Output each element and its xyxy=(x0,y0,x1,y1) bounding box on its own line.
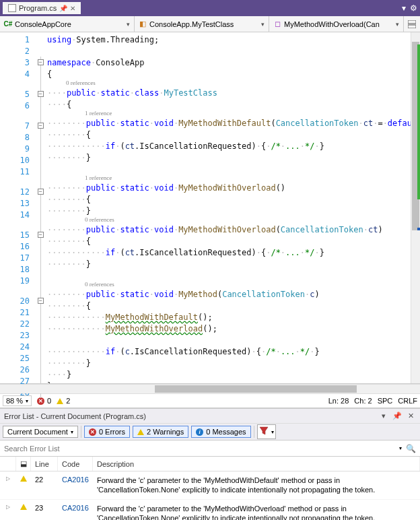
expand-icon[interactable]: ▷ xyxy=(6,504,10,510)
chevron-down-icon[interactable]: ▾ xyxy=(399,445,402,451)
line-number: 15 xyxy=(0,229,35,240)
col-code[interactable]: Code xyxy=(58,457,93,471)
code-line[interactable]: ········} xyxy=(46,152,411,163)
code-line[interactable]: ········public·static·void·MyMethod(Canc… xyxy=(46,288,411,300)
code-content[interactable]: using·System.Threading;namespace·Console… xyxy=(46,32,411,383)
code-editor[interactable]: 1234567891011121314151617181920212223242… xyxy=(0,32,420,384)
scope-dropdown[interactable]: Current Document ▾ xyxy=(3,426,78,438)
change-marker xyxy=(417,44,420,199)
panel-menu-icon[interactable]: ▾ xyxy=(378,412,389,420)
codelens[interactable]: 0 references xyxy=(46,78,411,87)
col-description[interactable]: Description xyxy=(93,457,420,471)
code-line[interactable]: using·System.Threading; xyxy=(46,34,411,45)
line-number: 19 xyxy=(0,275,35,286)
horizontal-scrollbar[interactable] xyxy=(0,384,420,393)
messages-filter-button[interactable]: i 0 Messages xyxy=(191,426,250,438)
gear-icon[interactable]: ⚙ xyxy=(410,3,417,13)
scroll-thumb-h[interactable] xyxy=(155,385,357,393)
code-line[interactable]: ········public·static·void·MyMethodWithD… xyxy=(46,117,411,129)
project-dropdown[interactable]: C# ConsoleAppCore ▾ xyxy=(0,16,135,32)
errors-filter-button[interactable]: ✕ 0 Errors xyxy=(84,426,130,438)
code-line[interactable]: ····public·static·class·MyTestClass xyxy=(46,87,411,98)
code-line[interactable]: ········} xyxy=(46,357,411,368)
code-line[interactable]: namespace·ConsoleApp xyxy=(46,57,411,68)
expand-icon[interactable]: ▷ xyxy=(6,476,10,482)
code-line[interactable] xyxy=(46,334,411,346)
codelens[interactable]: 1 reference xyxy=(46,173,411,182)
code-line[interactable]: ········public·static·void·MyMethodWithO… xyxy=(46,224,411,235)
code-line[interactable]: ····} xyxy=(46,368,411,380)
indent-indicator[interactable]: SPC xyxy=(378,397,393,405)
line-number: 8 xyxy=(0,131,35,143)
dropdown-icon[interactable]: ▾ xyxy=(402,3,406,13)
close-tab-icon[interactable]: ✕ xyxy=(70,5,75,12)
code-line[interactable]: ············MyMethodWithDefault(); xyxy=(46,311,411,323)
build-intellisense-filter[interactable]: ▾ xyxy=(257,424,276,439)
editor-status-bar: 88 % ▾ ✕ 0 2 Ln: 28 Ch: 2 SPC CRLF xyxy=(0,393,420,408)
col-expand[interactable] xyxy=(0,457,16,471)
split-view-button[interactable] xyxy=(404,16,420,32)
col-severity[interactable]: ⬓ xyxy=(16,457,31,471)
row-code[interactable]: CA2016 xyxy=(58,474,93,496)
fold-toggle[interactable]: − xyxy=(38,189,44,195)
code-line[interactable]: } xyxy=(46,380,411,383)
fold-toggle[interactable]: − xyxy=(38,298,44,304)
line-number: 10 xyxy=(0,154,35,166)
codelens[interactable]: 0 references xyxy=(46,215,411,224)
warnings-filter-label: 2 Warnings xyxy=(147,428,184,436)
line-number: 2 xyxy=(0,45,35,57)
chevron-down-icon: ▾ xyxy=(261,21,265,28)
col-line[interactable]: Line xyxy=(31,457,58,471)
errors-filter-label: 0 Errors xyxy=(99,428,125,436)
line-number: 20 xyxy=(0,295,35,306)
code-line[interactable]: ············if·(ct.IsCancellationRequest… xyxy=(46,140,411,152)
split-icon xyxy=(408,20,416,28)
class-icon: ◧ xyxy=(139,20,147,28)
pin-icon[interactable]: 📌 xyxy=(392,412,403,420)
line-number: 26 xyxy=(0,364,35,375)
severity-icon: ⬓ xyxy=(20,459,27,468)
code-line[interactable]: ········{ xyxy=(46,235,411,247)
error-row[interactable]: ▷ 22 CA2016 Forward the 'c' parameter to… xyxy=(0,472,420,500)
line-number-gutter: 1234567891011121314151617181920212223242… xyxy=(0,32,35,383)
fold-toggle[interactable]: − xyxy=(38,91,44,97)
fold-toggle[interactable]: − xyxy=(38,123,44,129)
code-line[interactable]: ········{ xyxy=(46,300,411,311)
code-line[interactable]: ············if·(c.IsCancellationRequeste… xyxy=(46,346,411,357)
codelens[interactable]: 0 references xyxy=(46,280,411,288)
search-error-list[interactable]: ▾ 🔍 xyxy=(0,441,420,457)
method-dropdown[interactable]: ◻ MyMethodWithOverload(Can ▾ xyxy=(269,16,404,32)
code-line[interactable]: ········} xyxy=(46,258,411,269)
lineend-indicator[interactable]: CRLF xyxy=(398,397,417,405)
close-icon[interactable]: ✕ xyxy=(405,412,416,420)
line-number: 18 xyxy=(0,263,35,275)
error-row[interactable]: ▷ 23 CA2016 Forward the 'c' parameter to… xyxy=(0,500,420,520)
fold-toggle[interactable]: − xyxy=(38,232,44,238)
line-number: 21 xyxy=(0,306,35,318)
search-input[interactable] xyxy=(4,445,399,453)
warnings-filter-button[interactable]: 2 Warnings xyxy=(133,426,188,438)
line-number: 25 xyxy=(0,352,35,364)
line-indicator[interactable]: Ln: 28 xyxy=(328,397,349,405)
document-tab[interactable]: Program.cs 📌 ✕ xyxy=(3,2,81,14)
class-dropdown[interactable]: ◧ ConsoleApp.MyTestClass ▾ xyxy=(135,16,269,32)
warning-count[interactable]: 2 xyxy=(57,397,70,405)
code-line[interactable] xyxy=(46,45,411,57)
warning-icon xyxy=(137,429,144,435)
code-line[interactable]: ············MyMethodWithOverload(); xyxy=(46,323,411,334)
line-number: 14 xyxy=(0,209,35,220)
codelens[interactable]: 1 reference xyxy=(46,108,411,117)
code-line[interactable]: ········{ xyxy=(46,129,411,140)
code-line[interactable]: ········{ xyxy=(46,193,411,205)
fold-toggle[interactable]: − xyxy=(38,59,44,65)
col-indicator[interactable]: Ch: 2 xyxy=(354,397,372,405)
code-line[interactable]: ········public·static·void·MyMethodWithO… xyxy=(46,182,411,193)
search-icon[interactable]: 🔍 xyxy=(406,444,416,453)
chevron-down-icon: ▾ xyxy=(71,429,73,435)
warning-icon xyxy=(57,398,63,404)
chevron-down-icon: ▾ xyxy=(26,398,28,404)
pin-icon[interactable]: 📌 xyxy=(59,5,67,12)
code-line[interactable]: ············if·(ct.IsCancellationRequest… xyxy=(46,247,411,258)
row-code[interactable]: CA2016 xyxy=(58,502,93,520)
vertical-scrollbar[interactable] xyxy=(411,32,420,383)
